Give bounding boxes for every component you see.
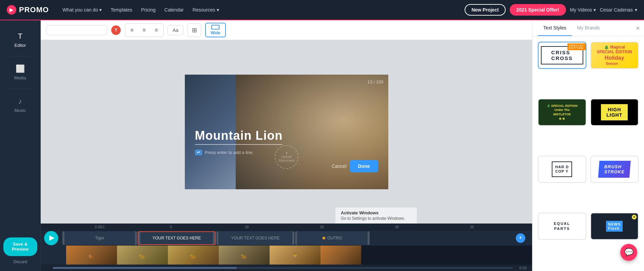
thumbnail-lion[interactable]: 🦁	[270, 246, 320, 265]
track-label-tiger: Tiger	[95, 236, 104, 240]
nav-item-resources[interactable]: Resources ▾	[189, 5, 222, 15]
font-size-button[interactable]: Aa	[168, 25, 183, 35]
thumbnail-tiger[interactable]: 🐅	[66, 246, 117, 265]
done-button[interactable]: Done	[350, 160, 378, 172]
track-handle-left-2[interactable]	[138, 232, 140, 244]
sidebar-label-music: Music	[15, 108, 26, 113]
holiday-style: 🎄 MagicalSPECIAL EDITIONHolidaySeason ✨	[597, 45, 632, 66]
style-card-equal[interactable]: EQUALPARTS	[538, 213, 586, 240]
close-panel-button[interactable]: ×	[636, 24, 640, 32]
cheetah-thumbnail-icon: 🐆	[190, 253, 197, 259]
track-tiger[interactable]: Tiger	[62, 231, 137, 245]
track-label-outro: OUTRO	[327, 236, 342, 240]
style-card-criss[interactable]: CRISSCROSS SPECIALEDITION	[538, 42, 586, 69]
track-handle-right[interactable]	[135, 231, 137, 245]
timeline-time-display: 0:20	[520, 266, 527, 270]
thumbnail-cheetah[interactable]: 🐆	[168, 246, 219, 265]
lion-thumbnail-icon: 🦁	[292, 253, 298, 259]
ruler-mark-0sec: 0 SEC	[95, 225, 105, 229]
track-outro[interactable]: OUTRO	[295, 231, 370, 245]
nav-item-templates[interactable]: Templates	[107, 5, 136, 15]
thumbnail-extra[interactable]	[320, 246, 361, 265]
style-card-holiday[interactable]: 🎄 MagicalSPECIAL EDITIONHolidaySeason ✨	[590, 42, 639, 69]
style-card-brush[interactable]: BRUSHSTROKE	[590, 156, 639, 183]
track-text2[interactable]: YOUR TEXT GOES HERE	[216, 231, 294, 245]
my-videos-nav[interactable]: My Videos ▾	[570, 7, 596, 13]
new-project-button[interactable]: New Project	[465, 4, 505, 16]
grid-view-button[interactable]: ⊞	[188, 23, 201, 37]
chat-bubble-button[interactable]: 💬	[620, 244, 637, 261]
timeline-bottom: 0:20	[41, 265, 532, 271]
chat-icon: 💬	[624, 248, 633, 257]
discard-button[interactable]: Discard	[13, 259, 27, 264]
align-right-button[interactable]: ≡	[151, 25, 162, 35]
special-offer-button[interactable]: 2021 Special Offer!	[510, 4, 566, 16]
text-icon: T	[18, 32, 22, 41]
top-nav: ▶ PROMO What you can do ▾ Templates Pric…	[0, 0, 644, 20]
watermark-upload[interactable]: ⬆ Upload Watermark	[275, 145, 298, 169]
nav-item-calendar[interactable]: Calendar	[161, 5, 187, 15]
sidebar-divider	[7, 56, 34, 56]
sidebar-item-media[interactable]: ⬜ Media	[5, 60, 36, 85]
action-buttons: Cancel Done	[332, 160, 378, 172]
logo[interactable]: ▶ PROMO	[7, 5, 49, 15]
track-handle-right-3[interactable]	[292, 231, 294, 245]
timeline-scrollbar[interactable]	[53, 267, 513, 269]
nav-item-what[interactable]: What you can do ▾	[59, 5, 105, 15]
ruler-mark-20: 20	[395, 225, 399, 229]
criss-cross-style: CRISSCROSS SPECIALEDITION	[541, 46, 583, 64]
ruler-mark-5: 5	[170, 225, 172, 229]
style-card-news[interactable]: NEWSFlash ✕	[590, 213, 639, 240]
style-card-highlight[interactable]: HIGHLIGHT	[590, 99, 639, 126]
font-color-picker[interactable]: T	[111, 25, 121, 35]
music-icon: ♪	[18, 97, 22, 106]
track-label-text1: YOUR TEXT GOES HERE	[153, 236, 201, 240]
thumbnail-jaguar[interactable]: 🐆	[219, 246, 270, 265]
video-canvas: 13 / 100 Mountain Lion ↵ Press enter to …	[185, 75, 388, 189]
wide-icon	[211, 25, 219, 30]
track-handle-left-4[interactable]	[295, 231, 297, 245]
track-handle-right-2[interactable]	[213, 232, 215, 244]
right-panel: Text Styles My Brands × CRISSCROSS SPECI…	[532, 20, 644, 271]
scrollbar-thumb[interactable]	[53, 267, 237, 269]
timeline-tracks: Tiger YOUR TEXT GOES HERE YOUR TEXT GOES…	[41, 231, 532, 246]
add-segment-button[interactable]: +	[516, 233, 525, 243]
outro-dot	[323, 237, 325, 239]
upload-icon: ⬆	[285, 151, 288, 155]
track-handle-left[interactable]	[62, 231, 64, 245]
news-badge: ✕	[632, 215, 637, 219]
sidebar-item-music[interactable]: ♪ Music	[5, 92, 36, 118]
track-handle-left-3[interactable]	[216, 231, 218, 245]
track-handle-right-4[interactable]	[368, 231, 370, 245]
font-selector[interactable]: Gibson SemiBold ▾	[46, 25, 107, 35]
tiger-thumbnail-icon: 🐅	[88, 253, 95, 259]
tab-text-styles[interactable]: Text Styles	[538, 20, 572, 36]
wide-button[interactable]: Wide	[205, 23, 226, 37]
style-card-mistletoe[interactable]: 🎄 SPECIAL EDITIONUnder TheMISTLETOE⊛ ⊛	[538, 99, 586, 126]
enter-icon: ↵	[195, 150, 202, 155]
ruler-mark-25: 25	[470, 225, 474, 229]
thumbnail-leopard[interactable]: 🐆	[117, 246, 168, 265]
play-button[interactable]	[44, 231, 58, 245]
style-card-hardcopy[interactable]: HAR DCOP Y	[538, 156, 586, 183]
video-main-title[interactable]: Mountain Lion	[195, 129, 283, 145]
leopard-thumbnail-icon: 🐆	[139, 253, 146, 259]
char-counter: 13 / 100	[368, 79, 384, 84]
align-center-button[interactable]: ≡	[139, 25, 150, 35]
style-grid: CRISSCROSS SPECIALEDITION 🎄 MagicalSPECI…	[532, 36, 644, 271]
align-left-button[interactable]: ≡	[126, 25, 137, 35]
save-preview-button[interactable]: Save & Preview	[3, 237, 37, 256]
cancel-button[interactable]: Cancel	[332, 163, 347, 169]
sidebar-item-editor[interactable]: T Editor	[5, 27, 36, 53]
equal-parts-style: EQUALPARTS	[554, 221, 570, 232]
sidebar-label-media: Media	[14, 75, 26, 80]
sidebar-bottom: Save & Preview Discard	[0, 237, 40, 271]
tab-my-brands[interactable]: My Brands	[572, 20, 605, 36]
windows-notice: Activate Windows Go to Settings to activ…	[335, 208, 417, 224]
nav-item-pricing[interactable]: Pricing	[138, 5, 159, 15]
track-label-text2: YOUR TEXT GOES HERE	[231, 236, 280, 240]
nav-items: What you can do ▾ Templates Pricing Cale…	[59, 5, 454, 15]
track-text1[interactable]: YOUR TEXT GOES HERE	[138, 231, 216, 245]
media-icon: ⬜	[16, 64, 25, 73]
user-menu[interactable]: Cesar Cadenas ▾	[600, 7, 637, 13]
